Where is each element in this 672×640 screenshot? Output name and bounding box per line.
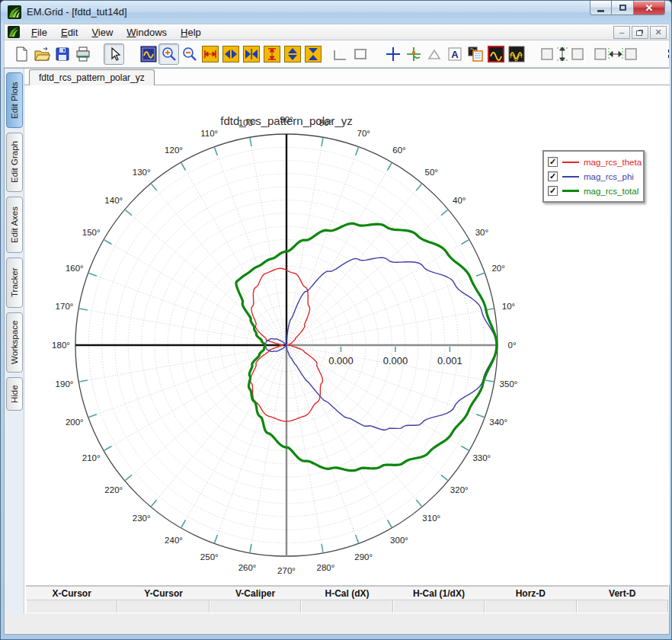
sidebar-tab-hide[interactable]: Hide (6, 377, 23, 411)
sidebar-tab-edit-axes[interactable]: Edit Axes (6, 197, 23, 253)
window-title: EM.Grid - [fdtd_tut14d] (27, 6, 127, 18)
rectangle-tool-button[interactable] (350, 43, 370, 65)
readout-value-cell (26, 600, 117, 613)
expand-vertical-button[interactable] (261, 43, 282, 65)
open-file-button[interactable] (31, 43, 52, 65)
menu-view-accel: V (91, 27, 98, 38)
crosshair-tool-button[interactable] (382, 43, 403, 65)
readout-header-v-caliper: V-Caliper (210, 587, 301, 600)
multi-trace-button[interactable] (506, 43, 526, 65)
legend-label-total: mag_rcs_total (584, 187, 638, 196)
pointer-tool-button[interactable] (104, 43, 124, 65)
new-document-icon (13, 46, 30, 62)
v-arrows-in-icon (305, 46, 322, 62)
svg-text:40°: 40° (453, 196, 466, 205)
svg-text:160°: 160° (66, 264, 84, 273)
readout-value-cell (577, 600, 668, 613)
mdi-close-button[interactable]: ✕ (650, 26, 667, 39)
layout-button[interactable]: Layout (668, 49, 670, 59)
svg-text:240°: 240° (165, 536, 183, 545)
heighten-vertical-button[interactable] (282, 43, 302, 65)
sidebar-tab-label: Tracker (10, 268, 19, 298)
svg-text:340°: 340° (489, 418, 507, 427)
close-button[interactable]: ✕ (633, 1, 665, 15)
sidebar-tab-tracker[interactable]: Tracker (6, 258, 23, 308)
save-floppy-icon (54, 46, 71, 62)
new-file-button[interactable] (11, 43, 31, 65)
mdi-minimize-icon: – (619, 28, 624, 37)
menu-help-rest: elp (187, 27, 200, 38)
app-logo-icon (8, 5, 21, 19)
crosshair-icon (385, 46, 402, 62)
svg-text:170°: 170° (56, 302, 74, 311)
sidebar-tab-label: Edit Plots (10, 82, 19, 119)
readout-header-x-cursor: X-Cursor (26, 587, 117, 600)
mdi-minimize-button[interactable]: – (613, 26, 630, 39)
fit-plot-button[interactable] (138, 43, 158, 65)
close-icon: ✕ (645, 3, 654, 13)
legend-tool-button[interactable] (465, 43, 485, 65)
readout-header-h-cal-dx: H-Cal (dX) (301, 587, 392, 600)
widen-horizontal-button[interactable] (220, 43, 241, 65)
rectangle-icon (352, 46, 369, 62)
document-tab[interactable]: fdtd_rcs_pattern_polar_yz (29, 69, 155, 85)
tracker-tool-button[interactable] (403, 43, 424, 65)
axes-corner-tool-button[interactable] (329, 43, 350, 65)
svg-text:200°: 200° (66, 418, 84, 427)
readout-value-cell (485, 600, 576, 613)
menu-file[interactable]: File (24, 25, 54, 40)
minimize-button[interactable] (590, 1, 612, 15)
svg-text:330°: 330° (472, 453, 491, 462)
sidebar-tab-edit-plots[interactable]: Edit Plots (6, 72, 23, 128)
mdi-restore-button[interactable] (632, 26, 648, 39)
legend-checkbox-theta[interactable]: ✓ (548, 157, 558, 167)
svg-text:0.000: 0.000 (383, 355, 408, 366)
narrow-horizontal-button[interactable] (241, 43, 261, 65)
sidebar-tab-workspace[interactable]: Workspace (6, 312, 23, 373)
menu-edit-rest: dit (68, 27, 78, 38)
svg-text:0°: 0° (508, 341, 517, 350)
menu-edit[interactable]: Edit (54, 25, 85, 40)
maximize-button[interactable] (612, 1, 633, 15)
svg-text:250°: 250° (200, 552, 219, 562)
zoom-out-button[interactable] (179, 43, 200, 65)
title-bar[interactable]: EM.Grid - [fdtd_tut14d] ✕ (1, 1, 672, 24)
readout-header-y-cursor: Y-Cursor (117, 587, 209, 600)
menu-help[interactable]: Help (174, 25, 208, 40)
distribute-horizontal-button[interactable] (592, 43, 639, 65)
plot-frame-wave-icon (140, 46, 157, 62)
menu-view[interactable]: View (85, 25, 120, 40)
readout-value-cell (301, 600, 392, 613)
sidebar-tab-edit-graph[interactable]: Edit Graph (6, 133, 23, 192)
triangle-marker-button[interactable] (424, 43, 444, 65)
svg-text:120°: 120° (165, 146, 183, 155)
menu-windows[interactable]: Windows (120, 25, 174, 40)
expand-horizontal-button[interactable] (200, 43, 220, 65)
single-wave-icon (488, 46, 504, 62)
cursor-readout-table: X-Cursor Y-Cursor V-Caliper H-Cal (dX) H… (26, 585, 668, 613)
menu-bar: File Edit View Windows Help – ✕ (4, 24, 670, 40)
svg-text:210°: 210° (82, 453, 101, 462)
text-tool-button[interactable]: A (444, 43, 465, 65)
legend-checkbox-phi[interactable]: ✓ (548, 171, 558, 181)
menu-windows-accel: W (126, 27, 136, 38)
legend-checkbox-total[interactable]: ✓ (548, 186, 558, 196)
text-a-glyph: A (451, 49, 459, 60)
document-tab-bar: fdtd_rcs_pattern_polar_yz (24, 69, 670, 85)
zoom-in-button[interactable] (158, 43, 179, 65)
menu-file-accel: F (31, 27, 37, 38)
sidebar-tab-label: Workspace (10, 321, 19, 364)
shorten-vertical-button[interactable] (302, 43, 323, 65)
layout-bars-icon (668, 50, 670, 58)
svg-text:20°: 20° (491, 264, 504, 273)
printer-icon (75, 46, 91, 62)
single-trace-button[interactable] (485, 43, 506, 65)
save-button[interactable] (52, 43, 72, 65)
svg-text:350°: 350° (500, 379, 518, 389)
legend-label-theta: mag_rcs_theta (584, 158, 642, 167)
print-button[interactable] (72, 43, 93, 65)
svg-text:110°: 110° (200, 129, 218, 138)
distribute-vertical-button[interactable] (539, 43, 586, 65)
menu-edit-accel: E (61, 27, 68, 38)
v-arrows-out-icon (284, 46, 301, 62)
